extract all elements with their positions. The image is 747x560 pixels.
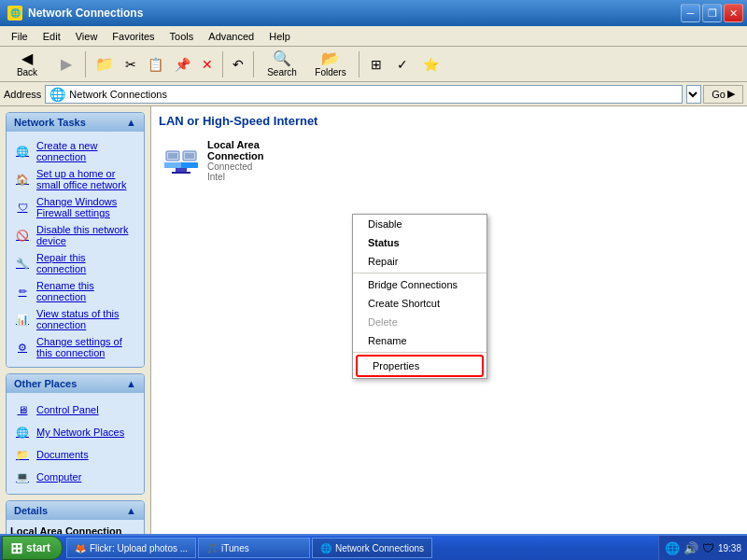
menu-advanced[interactable]: Advanced [201,29,261,44]
delete-button[interactable]: ✕ [197,49,218,80]
ctx-rename[interactable]: Rename [353,331,486,350]
sidebar-item-create-connection[interactable]: 🌐 Create a new connection [10,137,140,165]
restore-button[interactable]: ❐ [702,4,722,22]
flickr-icon: 🦊 [75,543,86,553]
network-connection-item[interactable]: Local Area Connection Connected Intel [159,135,271,186]
repair-label: Repair this connection [36,252,136,274]
sidebar-item-rename[interactable]: ✏ Rename this connection [10,277,140,305]
network-conn-info: Local Area Connection Connected Intel [207,139,267,182]
my-network-label: My Network Places [36,427,124,438]
ctx-properties[interactable]: Properties [356,355,484,377]
go-label: Go [712,89,726,100]
close-button[interactable]: ✕ [724,4,743,22]
menu-favorites[interactable]: Favorites [105,29,162,44]
delete-icon: ✕ [202,57,213,72]
view-status-label: View status of this connection [36,308,136,330]
other-places-section: Other Places ▲ 🖥 Control Panel 🌐 My Netw… [6,373,145,495]
toolbar-separator-2 [222,51,223,77]
ctx-bridge[interactable]: Bridge Connections [353,275,486,294]
paste-button[interactable]: 📌 [170,49,195,80]
sidebar-item-my-network[interactable]: 🌐 My Network Places [10,421,140,443]
ctx-create-shortcut[interactable]: Create Shortcut [353,294,486,313]
sidebar-item-firewall[interactable]: 🛡 Change Windows Firewall settings [10,193,140,221]
taskbar-item-itunes[interactable]: 🎵 iTunes [198,538,310,558]
menu-help[interactable]: Help [261,29,298,44]
back-button[interactable]: ◀ Back [4,49,50,80]
menu-tools[interactable]: Tools [162,29,202,44]
folders-view-button[interactable]: 📂 Folders [307,49,354,80]
change-settings-label: Change settings of this connection [36,336,136,358]
undo-icon: ↶ [233,57,244,72]
sidebar-item-change-settings[interactable]: ⚙ Change settings of this connection [10,333,140,361]
views-button[interactable]: ⊞ [364,49,388,80]
other-places-header[interactable]: Other Places ▲ [7,374,144,393]
details-header[interactable]: Details ▲ [7,501,144,520]
sidebar-item-documents[interactable]: 📁 Documents [10,443,140,466]
other-places-body: 🖥 Control Panel 🌐 My Network Places 📁 Do… [7,393,144,494]
titlebar-title: Network Connections [28,7,143,20]
details-conn-name: Local Area Connection [10,525,140,534]
create-connection-label: Create a new connection [36,140,136,162]
repair-icon: 🔧 [14,255,31,272]
titlebar: 🌐 Network Connections ─ ❐ ✕ [0,0,747,26]
home-network-icon: 🏠 [14,171,31,188]
ctx-delete: Delete [353,313,486,331]
flickr-label: Flickr: Upload photos ... [90,543,188,553]
tray-security-icon[interactable]: 🛡 [702,541,714,555]
sidebar-item-control-panel[interactable]: 🖥 Control Panel [10,399,140,421]
svg-rect-7 [185,153,194,159]
move-button[interactable]: ✂ [120,49,141,80]
undo-button[interactable]: ↶ [228,49,248,80]
titlebar-left: 🌐 Network Connections [7,6,143,21]
menu-view[interactable]: View [68,29,106,44]
sidebar-item-disable-device[interactable]: 🚫 Disable this network device [10,221,140,249]
go-button[interactable]: Go ▶ [703,85,743,104]
tray-network-icon[interactable]: 🌐 [665,541,680,555]
content-title: LAN or High-Speed Internet [159,114,740,128]
sidebar-item-computer[interactable]: 💻 Computer [10,466,140,488]
taskbar-item-flickr[interactable]: 🦊 Flickr: Upload photos ... [66,538,196,558]
search-button[interactable]: 🔍 Search [259,49,305,80]
address-input-display: 🌐 Network Connections [45,85,683,104]
addressbar: Address 🌐 Network Connections Go ▶ [0,82,747,106]
star-button[interactable]: ⭐ [416,49,445,80]
copy-button[interactable]: 📋 [143,49,168,80]
paste-icon: 📌 [175,57,190,72]
minimize-button[interactable]: ─ [681,4,700,22]
start-button[interactable]: ⊞ start [2,536,63,560]
ctx-separator-1 [353,273,486,273]
titlebar-app-icon: 🌐 [7,6,22,21]
ctx-repair[interactable]: Repair [353,252,486,271]
main-area: Network Tasks ▲ 🌐 Create a new connectio… [0,106,747,534]
back-label: Back [17,67,37,77]
other-places-label: Other Places [14,378,77,389]
folder-icon: 📁 [95,55,114,73]
menu-file[interactable]: File [4,29,35,44]
forward-icon: ▶ [61,57,72,72]
rename-icon: ✏ [14,283,31,300]
network-conn-name: Local Area Connection [207,139,267,161]
tray-volume-icon[interactable]: 🔊 [684,541,698,555]
check-icon: ✓ [397,57,408,72]
address-label: Address [4,89,41,100]
check-button[interactable]: ✓ [390,49,415,80]
taskbar-item-network[interactable]: 🌐 Network Connections [312,538,432,558]
sidebar-item-home-network[interactable]: 🏠 Set up a home or small office network [10,165,140,193]
network-tasks-header[interactable]: Network Tasks ▲ [7,113,144,132]
address-value: Network Connections [69,89,167,100]
star-icon: ⭐ [423,57,439,72]
folders-button[interactable]: 📁 [91,49,119,80]
network-connection-icon [162,142,200,179]
menu-edit[interactable]: Edit [35,29,68,44]
sidebar-item-view-status[interactable]: 📊 View status of this connection [10,305,140,333]
network-tasks-body: 🌐 Create a new connection 🏠 Set up a hom… [7,132,144,367]
ctx-status[interactable]: Status [353,233,486,252]
sidebar-item-repair[interactable]: 🔧 Repair this connection [10,249,140,277]
sidebar: Network Tasks ▲ 🌐 Create a new connectio… [0,106,151,534]
address-dropdown[interactable] [686,85,701,104]
forward-button[interactable]: ▶ [52,49,80,80]
ctx-disable[interactable]: Disable [353,215,486,233]
details-section: Details ▲ Local Area Connection LAN or H… [6,500,145,534]
other-places-collapse-icon: ▲ [126,378,136,389]
folders-icon: 📂 [321,51,340,66]
